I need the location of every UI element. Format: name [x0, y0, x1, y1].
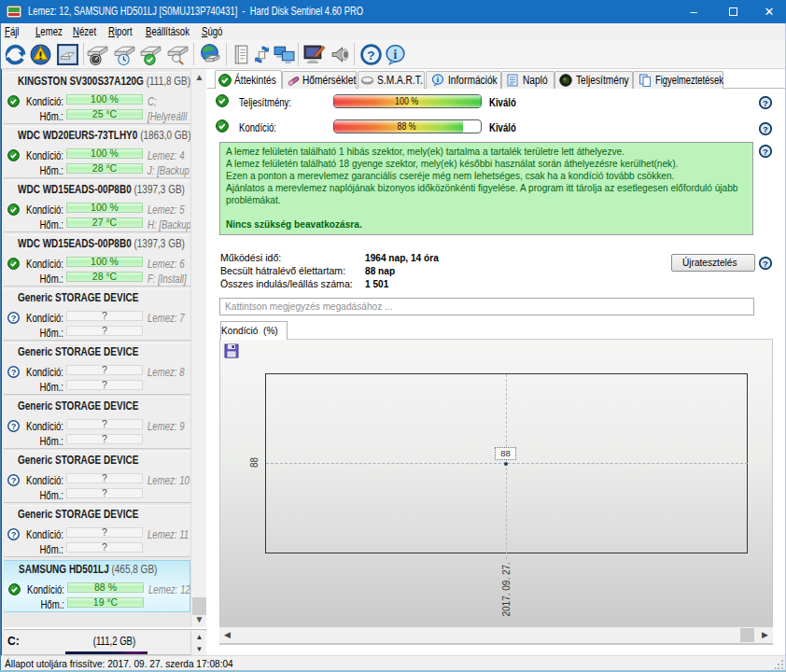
svg-text:i: i	[394, 48, 398, 62]
svg-text:?: ?	[367, 49, 374, 63]
svg-text:?: ?	[763, 98, 768, 108]
svg-text:?: ?	[763, 124, 768, 134]
svg-text:?: ?	[763, 147, 768, 157]
svg-text:?: ?	[763, 259, 768, 269]
